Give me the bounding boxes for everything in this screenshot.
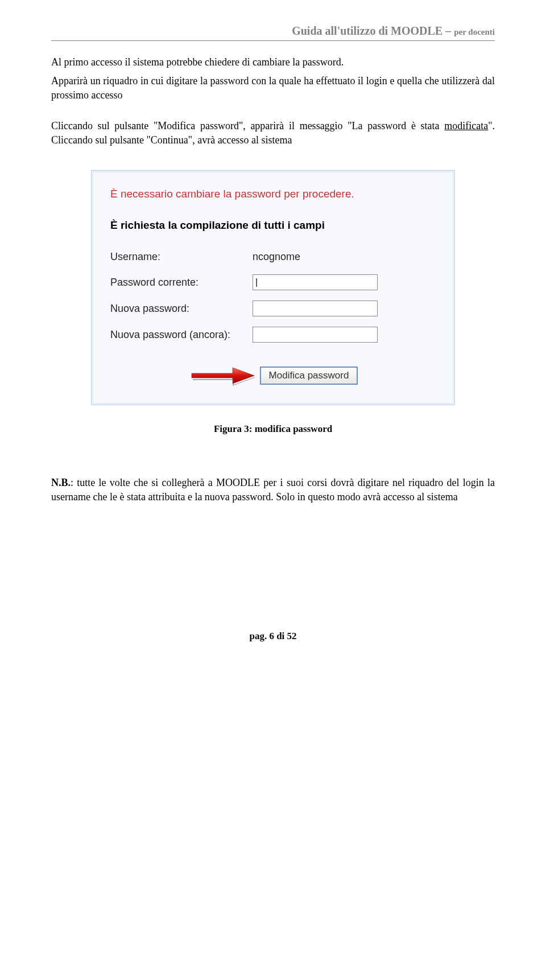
new-password-again-input[interactable] <box>253 327 378 343</box>
nb-prefix: N.B. <box>51 477 71 488</box>
row-new-password: Nuova password: <box>110 300 436 316</box>
modify-password-button[interactable]: Modifica password <box>260 367 358 385</box>
header-sub: per docenti <box>454 27 495 36</box>
p3-a: Cliccando sul pulsante "Modifica passwor… <box>51 120 444 131</box>
page-footer: pag. 6 di 52 <box>51 629 495 643</box>
row-username: Username: ncognome <box>110 250 436 264</box>
figure-caption: Figura 3: modifica password <box>51 422 495 436</box>
p3-b: modificata <box>444 120 488 131</box>
form-notify-text: È necessario cambiare la password per pr… <box>110 187 436 202</box>
paragraph-3: Cliccando sul pulsante "Modifica passwor… <box>51 119 495 147</box>
paragraph-1: Al primo accesso il sistema potrebbe chi… <box>51 55 495 69</box>
submit-row: Modifica password <box>110 364 436 387</box>
row-current-password: Password corrente: <box>110 274 436 290</box>
new-password-label: Nuova password: <box>110 302 253 316</box>
row-new-password-again: Nuova password (ancora): <box>110 327 436 343</box>
header-main: Guida all'utilizzo di MOODLE – <box>292 24 454 37</box>
paragraph-2: Apparirà un riquadro in cui digitare la … <box>51 74 495 102</box>
new-password-again-label: Nuova password (ancora): <box>110 328 253 342</box>
current-password-input[interactable] <box>253 274 378 290</box>
red-arrow-icon <box>188 364 257 387</box>
nb-text: : tutte le volte che si collegherà a MOO… <box>51 477 495 503</box>
password-form-inner: È necessario cambiare la password per pr… <box>93 172 453 403</box>
new-password-input[interactable] <box>253 300 378 316</box>
page-header: Guida all'utilizzo di MOODLE – per docen… <box>51 23 495 41</box>
username-label: Username: <box>110 250 253 264</box>
current-password-label: Password corrente: <box>110 275 253 290</box>
nb-paragraph: N.B.: tutte le volte che si collegherà a… <box>51 476 495 504</box>
password-form-panel: È necessario cambiare la password per pr… <box>91 170 455 405</box>
form-required-text: È richiesta la compilazione di tutti i c… <box>110 218 436 233</box>
username-value: ncognome <box>253 250 436 264</box>
